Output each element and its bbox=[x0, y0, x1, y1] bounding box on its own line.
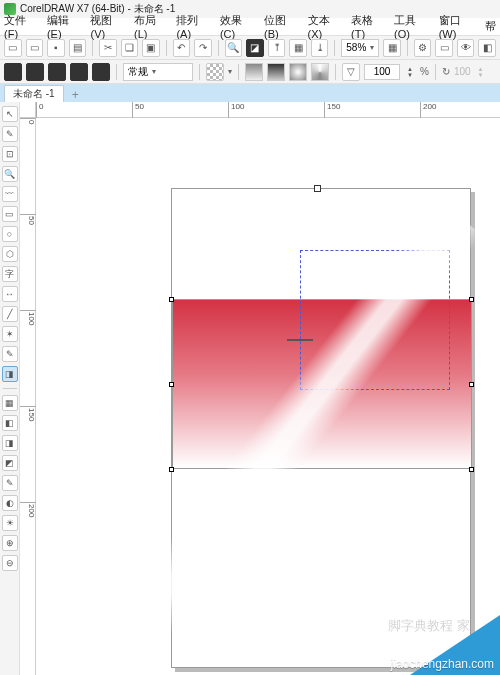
paste-button[interactable]: ▣ bbox=[142, 39, 160, 57]
crop-tool[interactable]: ⊡ bbox=[2, 146, 18, 162]
gradient-linear[interactable] bbox=[245, 63, 263, 81]
new-tab-button[interactable]: + bbox=[68, 88, 83, 102]
t6[interactable]: ◐ bbox=[2, 495, 18, 511]
menu-table[interactable]: 表格(T) bbox=[351, 13, 384, 40]
gradient-conic[interactable] bbox=[311, 63, 329, 81]
document-tab[interactable]: 未命名 -1 bbox=[4, 85, 64, 102]
dimension-tool[interactable]: ↔ bbox=[2, 286, 18, 302]
menu-arrange[interactable]: 排列(A) bbox=[176, 13, 210, 40]
connector-tool[interactable]: ╱ bbox=[2, 306, 18, 322]
stepper[interactable]: ▲▼ bbox=[404, 63, 416, 81]
object-handle[interactable] bbox=[469, 467, 474, 472]
t3[interactable]: ◨ bbox=[2, 435, 18, 451]
fill-type-5[interactable] bbox=[92, 63, 110, 81]
transparency-button[interactable] bbox=[206, 63, 224, 81]
import-button[interactable]: ◪ bbox=[246, 39, 264, 57]
gradient-linear2[interactable] bbox=[267, 63, 285, 81]
object-handle[interactable] bbox=[169, 467, 174, 472]
ruler-tick: 0 bbox=[36, 102, 43, 118]
effects-tool[interactable]: ✶ bbox=[2, 326, 18, 342]
undo-button[interactable]: ↶ bbox=[173, 39, 191, 57]
separator bbox=[199, 64, 200, 80]
menu-window[interactable]: 窗口(W) bbox=[439, 13, 475, 40]
gradient-radial[interactable] bbox=[289, 63, 307, 81]
t2[interactable]: ◧ bbox=[2, 415, 18, 431]
menu-help[interactable]: 帮 bbox=[485, 19, 496, 34]
fill-type-2[interactable] bbox=[26, 63, 44, 81]
page bbox=[171, 188, 471, 668]
ellipse-tool[interactable]: ○ bbox=[2, 226, 18, 242]
fill-type-4[interactable] bbox=[70, 63, 88, 81]
separator bbox=[3, 388, 17, 389]
t5[interactable]: ✎ bbox=[2, 475, 18, 491]
pdf-button[interactable]: ▦ bbox=[289, 39, 307, 57]
object-handle[interactable] bbox=[169, 382, 174, 387]
open-button[interactable]: ▭ bbox=[26, 39, 44, 57]
transparency-bounding-box[interactable] bbox=[300, 250, 450, 390]
angle-value: 100 bbox=[454, 66, 471, 77]
print-button[interactable]: ▤ bbox=[69, 39, 87, 57]
more-button[interactable]: ⤓ bbox=[311, 39, 329, 57]
fill-type-3[interactable] bbox=[48, 63, 66, 81]
search-button[interactable]: 🔍 bbox=[225, 39, 243, 57]
menu-layout[interactable]: 布局(L) bbox=[134, 13, 166, 40]
object-handle[interactable] bbox=[169, 297, 174, 302]
separator bbox=[238, 64, 239, 80]
t1[interactable]: ▦ bbox=[2, 395, 18, 411]
shape-tool[interactable]: ✎ bbox=[2, 126, 18, 142]
zoom-combo[interactable]: 58% ▾ bbox=[341, 39, 379, 57]
t8[interactable]: ⊕ bbox=[2, 535, 18, 551]
menu-bitmap[interactable]: 位图(B) bbox=[264, 13, 298, 40]
separator bbox=[334, 40, 335, 56]
options-button[interactable]: ⚙ bbox=[414, 39, 432, 57]
zoom-tool[interactable]: 🔍 bbox=[2, 166, 18, 182]
fill-type-1[interactable] bbox=[4, 63, 22, 81]
eyedropper-tool[interactable]: ✎ bbox=[2, 346, 18, 362]
style-combo[interactable]: 常规 ▾ bbox=[123, 63, 193, 81]
menu-file[interactable]: 文件(F) bbox=[4, 13, 37, 40]
menu-effects[interactable]: 效果(C) bbox=[220, 13, 254, 40]
export-button[interactable]: ⤒ bbox=[268, 39, 286, 57]
separator bbox=[435, 64, 436, 80]
freehand-tool[interactable]: 〰 bbox=[2, 186, 18, 202]
menu-text[interactable]: 文本(X) bbox=[308, 13, 342, 40]
standard-toolbar: ▭ ▭ ▪ ▤ ✂ ❏ ▣ ↶ ↷ 🔍 ◪ ⤒ ▦ ⤓ 58% ▾ ▦ ⚙ ▭ … bbox=[0, 36, 500, 60]
transparency-slider[interactable] bbox=[287, 337, 313, 343]
property-toolbar: 常规 ▾ ▾ ▽ ▲▼ % ↻ 100 ▲▼ bbox=[0, 60, 500, 84]
separator bbox=[166, 40, 167, 56]
canvas[interactable] bbox=[36, 118, 500, 675]
polygon-tool[interactable]: ⬡ bbox=[2, 246, 18, 262]
cut-button[interactable]: ✂ bbox=[99, 39, 117, 57]
rectangle-tool[interactable]: ▭ bbox=[2, 206, 18, 222]
stepper[interactable]: ▲▼ bbox=[475, 63, 487, 81]
ruler-tick: 50 bbox=[20, 214, 36, 225]
snap-button[interactable]: ▦ bbox=[383, 39, 401, 57]
object-handle[interactable] bbox=[469, 297, 474, 302]
ruler-tick: 50 bbox=[132, 102, 144, 118]
color-button[interactable]: ◧ bbox=[478, 39, 496, 57]
interactive-fill-tool[interactable]: ◨ bbox=[2, 366, 18, 382]
menu-edit[interactable]: 编辑(E) bbox=[47, 13, 81, 40]
dropdown-icon[interactable]: ▾ bbox=[228, 67, 232, 76]
t4[interactable]: ◩ bbox=[2, 455, 18, 471]
text-tool[interactable]: 字 bbox=[2, 266, 18, 282]
object-handle[interactable] bbox=[469, 382, 474, 387]
opacity-input[interactable] bbox=[364, 64, 400, 80]
menu-view[interactable]: 视图(V) bbox=[90, 13, 124, 40]
document-tabs: 未命名 -1 + bbox=[0, 84, 500, 102]
dropdown-icon: ▾ bbox=[152, 67, 156, 76]
new-button[interactable]: ▭ bbox=[4, 39, 22, 57]
zoom-value: 58% bbox=[346, 42, 366, 53]
t9[interactable]: ⊖ bbox=[2, 555, 18, 571]
menu-tools[interactable]: 工具(O) bbox=[394, 13, 429, 40]
opacity-icon: ▽ bbox=[342, 63, 360, 81]
redo-button[interactable]: ↷ bbox=[194, 39, 212, 57]
ruler-tick: 150 bbox=[324, 102, 340, 118]
t7[interactable]: ☀ bbox=[2, 515, 18, 531]
launch-button[interactable]: ▭ bbox=[435, 39, 453, 57]
pick-tool[interactable]: ↖ bbox=[2, 106, 18, 122]
copy-button[interactable]: ❏ bbox=[121, 39, 139, 57]
transparency-handle[interactable] bbox=[314, 185, 321, 192]
save-button[interactable]: ▪ bbox=[47, 39, 65, 57]
view-button[interactable]: 👁 bbox=[457, 39, 475, 57]
